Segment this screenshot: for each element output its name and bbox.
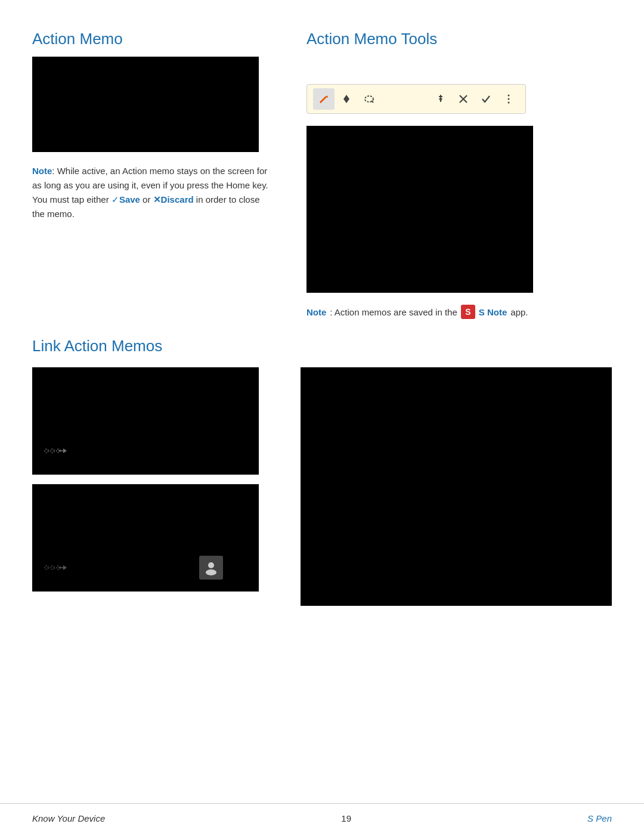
svg-line-2 (320, 101, 321, 103)
action-memo-title: Action Memo (32, 30, 283, 48)
more-options-icon[interactable] (498, 88, 519, 110)
close-discard-icon[interactable] (453, 88, 474, 110)
s-note-app-suffix: app. (510, 307, 528, 317)
svg-point-24 (208, 562, 214, 568)
svg-marker-23 (63, 565, 67, 570)
toolbar-wrapper (306, 84, 612, 114)
svg-marker-8 (439, 98, 442, 102)
top-bar (0, 0, 644, 24)
link-right-image (301, 367, 612, 606)
page-container: Action Memo Note: While active, an Actio… (0, 0, 644, 833)
svg-point-19 (45, 566, 48, 569)
diamond-fill-icon[interactable] (336, 88, 357, 110)
link-arrow-bottom-icon (44, 559, 67, 580)
right-column: Action Memo Tools (301, 30, 612, 319)
svg-marker-3 (343, 95, 349, 103)
footer-right-text: S Pen (587, 813, 612, 823)
svg-marker-1 (326, 95, 328, 98)
check-save-icon[interactable] (475, 88, 497, 110)
footer-left-text: Know Your Device (32, 813, 105, 823)
toolbar-spacer (381, 91, 429, 107)
s-note-app-icon: S (461, 305, 475, 319)
pen-tool-icon[interactable] (313, 88, 335, 110)
footer-page-number: 19 (341, 813, 351, 823)
contact-person-icon (199, 556, 223, 580)
link-image-top (32, 367, 259, 475)
svg-point-14 (45, 449, 48, 453)
or-text: or (140, 194, 153, 205)
discard-x-icon: ✕ (153, 193, 161, 207)
note-label: Note (32, 166, 52, 176)
action-memo-toolbar (306, 84, 526, 114)
svg-marker-18 (63, 448, 67, 453)
s-note-label: S Note (479, 307, 507, 317)
save-checkmark-icon: ✓ (112, 193, 119, 207)
s-note-note-text: : Action memos are saved in the (330, 307, 457, 317)
main-content: Action Memo Note: While active, an Actio… (0, 24, 644, 319)
svg-point-13 (508, 102, 510, 104)
pin-icon[interactable] (430, 88, 451, 110)
svg-point-20 (51, 566, 54, 569)
action-memo-tools-image (306, 126, 533, 293)
link-left-column (32, 367, 301, 606)
link-image-bottom (32, 484, 259, 592)
svg-point-15 (51, 449, 54, 453)
action-memo-image (32, 57, 259, 152)
save-label: Save (119, 194, 140, 205)
svg-point-12 (508, 98, 510, 100)
lasso-select-icon[interactable] (358, 88, 380, 110)
link-action-memos-title: Link Action Memos (32, 337, 612, 355)
action-memo-tools-title: Action Memo Tools (306, 30, 612, 48)
link-content (32, 367, 612, 606)
note-label-right: Note (306, 307, 326, 317)
link-section: Link Action Memos (0, 337, 644, 606)
link-arrow-top-icon (44, 442, 67, 463)
left-column: Action Memo Note: While active, an Actio… (32, 30, 301, 319)
link-right-column (301, 367, 612, 606)
svg-line-5 (371, 101, 373, 103)
action-memo-note: Note: While active, an Action memo stays… (32, 164, 271, 221)
page-footer: Know Your Device 19 S Pen (0, 803, 644, 833)
s-note-note: Note : Action memos are saved in the S S… (306, 305, 612, 319)
svg-point-25 (206, 569, 216, 575)
svg-point-11 (508, 95, 510, 97)
discard-label: Discard (161, 194, 194, 205)
